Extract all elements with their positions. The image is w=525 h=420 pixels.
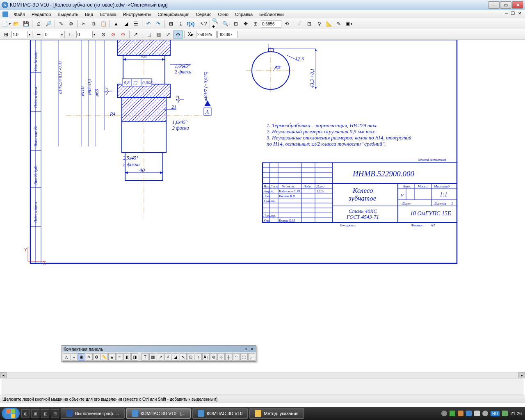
cp-btn-text[interactable]: T: [142, 353, 149, 361]
menu-help[interactable]: Справка: [232, 11, 256, 18]
taskbar-item-4[interactable]: Метод. указания: [249, 408, 304, 419]
undo-button[interactable]: ↶: [144, 19, 153, 28]
menu-libraries[interactable]: Библиотеки: [256, 11, 287, 18]
new-button[interactable]: 📄: [2, 19, 11, 28]
cp-btn-edit[interactable]: ✎: [86, 353, 93, 361]
quick-launch-2[interactable]: ▣: [31, 409, 39, 418]
fx-button[interactable]: f(x): [186, 19, 195, 28]
cp-btn-leader[interactable]: ↖: [180, 353, 187, 361]
tool-btn-5[interactable]: ⊞: [167, 19, 176, 28]
cp-btn-geometry[interactable]: △: [63, 353, 70, 361]
menu-select[interactable]: Выделить: [54, 11, 82, 18]
tray-icon-6[interactable]: [482, 411, 488, 416]
redo-button[interactable]: ↷: [154, 19, 163, 28]
style-input[interactable]: [44, 31, 60, 38]
cp-btn-20[interactable]: ⊕: [210, 353, 217, 361]
quick-launch-3[interactable]: ◧: [41, 409, 49, 418]
compact-panel[interactable]: Компактная панель ▾ ✕ △ ↔ ▣ ✎ ⚙ 📏 ▲ ≡ ◧ …: [62, 345, 256, 362]
cp-btn-section[interactable]: ↕: [195, 353, 202, 361]
properties-button[interactable]: ☰: [131, 19, 140, 28]
cp-btn-axis[interactable]: ┼: [225, 353, 233, 361]
tool-btn-8[interactable]: ⚲: [315, 19, 324, 28]
cp-btn-13[interactable]: ↗: [157, 353, 164, 361]
cp-btn-25[interactable]: ⟋: [248, 353, 256, 361]
cp-btn-select[interactable]: ▲: [108, 353, 116, 361]
menu-view[interactable]: Вид: [82, 11, 96, 18]
zoom-out-button[interactable]: 🔍-: [221, 19, 231, 28]
tool-btn-s2[interactable]: ▦: [154, 30, 163, 39]
paste-button[interactable]: 📋: [99, 19, 108, 28]
cp-btn-base[interactable]: ◢: [172, 353, 179, 361]
cut-button[interactable]: ✂: [79, 19, 88, 28]
taskbar-item-3[interactable]: КОМПАС-3D V10: [192, 408, 248, 419]
tool-btn-10[interactable]: ✎: [334, 19, 343, 28]
hscroll-right[interactable]: ▸: [518, 372, 525, 378]
quick-launch-4[interactable]: ⊞: [51, 409, 59, 418]
cp-btn-designation[interactable]: ▣: [78, 353, 85, 361]
start-button[interactable]: [2, 408, 20, 419]
print-preview-button[interactable]: 🔎: [44, 19, 53, 28]
app-menu-icon[interactable]: [2, 11, 8, 17]
tool-btn-3[interactable]: ▲: [112, 19, 121, 28]
pan-button[interactable]: ✥: [241, 19, 250, 28]
menu-instruments[interactable]: Инструменты: [120, 11, 155, 18]
menu-service[interactable]: Сервис: [193, 11, 215, 18]
cp-btn-arrow[interactable]: A↓: [202, 353, 210, 361]
tool-btn-7[interactable]: ⊡: [305, 19, 314, 28]
help-pointer-button[interactable]: ↖?: [199, 19, 208, 28]
property-panel[interactable]: [2, 379, 523, 395]
compact-panel-close[interactable]: ✕: [249, 347, 254, 352]
cp-btn-12[interactable]: ▦: [149, 353, 157, 361]
snap-toggle-1[interactable]: ⊘: [109, 30, 118, 39]
cp-btn-24[interactable]: ⬚: [240, 353, 248, 361]
tool-btn-9[interactable]: 📐: [324, 19, 333, 28]
language-indicator[interactable]: RU: [491, 411, 500, 416]
mdi-restore[interactable]: ❐: [510, 11, 516, 16]
cp-btn-roughness[interactable]: √: [164, 353, 172, 361]
ortho-button[interactable]: ∟: [66, 30, 75, 39]
menu-specification[interactable]: Спецификация: [155, 11, 193, 18]
copy-button[interactable]: ⧉: [89, 19, 98, 28]
variables-button[interactable]: Σ: [176, 19, 185, 28]
print-button[interactable]: 🖨: [34, 19, 43, 28]
tray-icon-3[interactable]: [458, 411, 463, 416]
snap-grid-button[interactable]: ⊞: [2, 30, 11, 39]
hscroll-left[interactable]: ◂: [0, 372, 7, 378]
tool-btn-6[interactable]: ☄: [295, 19, 304, 28]
tray-icon-7[interactable]: [502, 411, 508, 416]
tool-btn-4[interactable]: ◢: [121, 19, 130, 28]
menu-insert[interactable]: Вставка: [96, 11, 120, 18]
tool-btn-1[interactable]: ✎: [57, 19, 66, 28]
zoom-fit-button[interactable]: ⊞: [251, 19, 260, 28]
zoom-prev-button[interactable]: ⟲: [282, 19, 291, 28]
open-button[interactable]: 📂: [11, 19, 21, 28]
taskbar-item-1[interactable]: Выполнение граф. ...: [61, 408, 125, 419]
menu-file[interactable]: Файл: [11, 11, 28, 18]
cp-btn-tolerance[interactable]: ⊡: [187, 353, 194, 361]
tray-icon-5[interactable]: [474, 411, 480, 416]
tool-btn-s1[interactable]: ⬚: [144, 30, 153, 39]
angle-input[interactable]: [76, 31, 93, 38]
close-button[interactable]: ✕: [512, 1, 523, 9]
local-cs-button[interactable]: ↗: [131, 30, 140, 39]
menu-editor[interactable]: Редактор: [28, 11, 54, 18]
tray-icon-1[interactable]: [441, 411, 447, 416]
tool-btn-s4[interactable]: ⊙: [173, 30, 183, 39]
save-button[interactable]: 💾: [21, 19, 30, 28]
snap-button[interactable]: ⊙: [99, 30, 108, 39]
quick-launch-1[interactable]: ◐: [21, 409, 30, 418]
tray-icon-4[interactable]: [466, 411, 472, 416]
zoom-in-button[interactable]: 🔍+: [212, 19, 221, 28]
mdi-close[interactable]: ✕: [517, 11, 523, 16]
cp-btn-wave[interactable]: ～: [233, 353, 240, 361]
snap-toggle-2[interactable]: ⊙: [119, 30, 128, 39]
menu-window[interactable]: Окно: [215, 11, 232, 18]
step-input[interactable]: [11, 31, 28, 38]
horizontal-scrollbar[interactable]: ◂ ▸: [0, 372, 525, 379]
compact-panel-dropdown[interactable]: ▾: [244, 347, 249, 352]
cp-btn-9[interactable]: ◧: [123, 353, 131, 361]
mdi-minimize[interactable]: ─: [504, 11, 509, 16]
clock[interactable]: 21:26: [510, 411, 522, 416]
cp-btn-spec[interactable]: ≡: [116, 353, 123, 361]
tool-btn-2[interactable]: ⚙: [66, 19, 75, 28]
